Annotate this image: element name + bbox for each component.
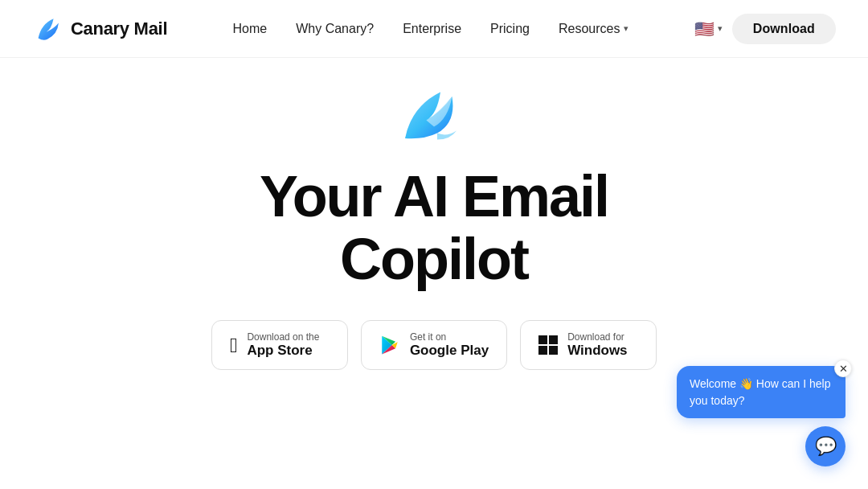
googleplay-sub-label: Get it on	[410, 331, 446, 343]
language-flag-button[interactable]: 🇺🇸 ▾	[694, 19, 723, 39]
nav-home[interactable]: Home	[233, 22, 268, 36]
windows-button[interactable]: Download for Windows	[520, 320, 657, 370]
nav-enterprise[interactable]: Enterprise	[403, 22, 461, 36]
navbar: Canary Mail Home Why Canary? Enterprise …	[0, 0, 868, 58]
apple-icon: 	[230, 335, 238, 355]
flag-chevron-icon: ▾	[718, 23, 723, 34]
nav-links: Home Why Canary? Enterprise Pricing Reso…	[233, 22, 629, 36]
googleplay-main-label: Google Play	[410, 343, 489, 359]
download-buttons-row:  Download on the App Store	[211, 320, 657, 370]
nav-pricing[interactable]: Pricing	[490, 22, 530, 36]
chat-fab-icon: 💬	[815, 436, 837, 457]
resources-chevron-icon: ▾	[624, 23, 628, 34]
nav-why-canary[interactable]: Why Canary?	[296, 22, 374, 36]
windows-sub-label: Download for	[567, 331, 624, 343]
chat-widget: Welcome 👋 How can I help you today? ✕ 💬	[677, 366, 845, 466]
download-button[interactable]: Download	[732, 14, 836, 44]
nav-brand: Canary Mail	[32, 14, 167, 44]
hero-logo-icon	[394, 87, 474, 151]
nav-resources[interactable]: Resources ▾	[559, 22, 628, 36]
nav-right: 🇺🇸 ▾ Download	[694, 14, 836, 44]
appstore-main-label: App Store	[247, 343, 312, 359]
windows-main-label: Windows	[567, 343, 627, 359]
appstore-sub-label: Download on the	[247, 331, 319, 343]
hero-title: Your AI Email Copilot	[260, 166, 608, 291]
googleplay-button[interactable]: Get it on Google Play	[361, 320, 507, 370]
hero-section: Your AI Email Copilot  Download on the …	[0, 58, 868, 370]
chat-bubble: Welcome 👋 How can I help you today? ✕	[677, 366, 845, 418]
close-icon: ✕	[839, 363, 848, 375]
chat-message: Welcome 👋 How can I help you today?	[690, 377, 830, 406]
chat-fab-button[interactable]: 💬	[805, 426, 845, 466]
appstore-button[interactable]:  Download on the App Store	[211, 320, 348, 370]
brand-name: Canary Mail	[71, 18, 167, 39]
chat-bubble-close-button[interactable]: ✕	[834, 360, 852, 377]
brand-logo-icon	[32, 14, 63, 44]
us-flag-icon: 🇺🇸	[694, 19, 714, 39]
google-play-icon	[379, 335, 400, 355]
windows-icon	[538, 335, 558, 355]
